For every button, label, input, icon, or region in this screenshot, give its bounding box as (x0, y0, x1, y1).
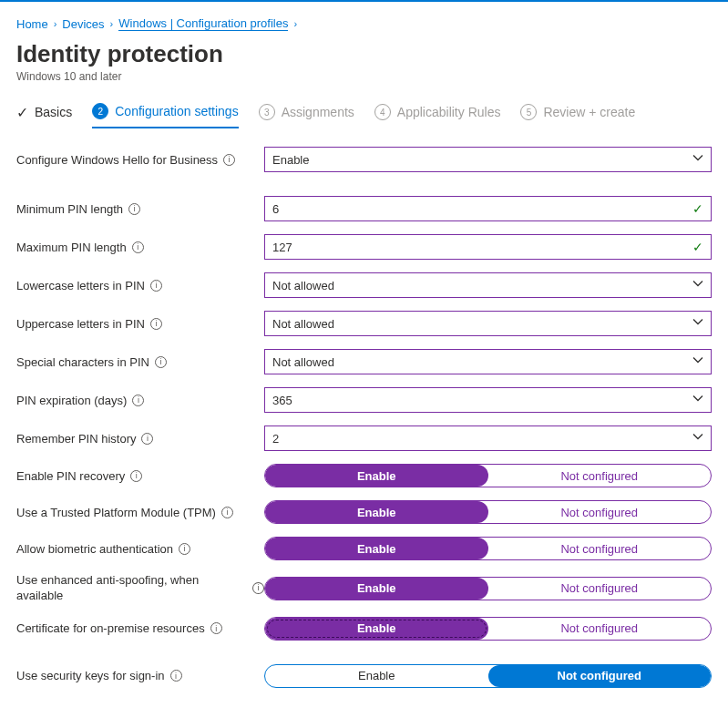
label-recovery: Enable PIN recovery i (16, 469, 264, 483)
wizard-steps: ✓ Basics 2 Configuration settings 3 Assi… (16, 103, 712, 128)
chevron-down-icon (692, 317, 703, 331)
breadcrumb: Home › Devices › Windows | Configuration… (16, 13, 712, 40)
chevron-down-icon (692, 432, 703, 446)
toggle-option-notconfigured[interactable]: Not configured (488, 665, 712, 687)
info-icon[interactable]: i (132, 395, 144, 406)
toggle-option-notconfigured[interactable]: Not configured (488, 501, 712, 523)
toggle-option-enable[interactable]: Enable (265, 538, 488, 559)
wizard-step-review[interactable]: 5 Review + create (520, 104, 635, 128)
toggle-cert[interactable]: Enable Not configured (264, 617, 712, 641)
checkmark-icon: ✓ (692, 240, 703, 254)
toggle-biometric[interactable]: Enable Not configured (264, 537, 712, 560)
check-icon: ✓ (16, 104, 28, 121)
chevron-right-icon: › (293, 18, 297, 29)
step-number-icon: 5 (520, 104, 537, 120)
breadcrumb-profiles[interactable]: Windows | Configuration profiles (118, 16, 288, 31)
label-biometric: Allow biometric authentication i (16, 542, 264, 556)
label-seckeys: Use security keys for sign-in i (16, 669, 264, 682)
toggle-option-enable[interactable]: Enable (265, 665, 488, 687)
info-icon[interactable]: i (132, 241, 144, 253)
info-icon[interactable]: i (155, 356, 167, 368)
chevron-down-icon (692, 394, 703, 407)
toggle-option-notconfigured[interactable]: Not configured (488, 578, 712, 600)
info-icon[interactable]: i (130, 470, 142, 482)
page-title: Identity protection (16, 40, 712, 68)
step-number-icon: 2 (92, 103, 108, 119)
label-min-pin: Minimum PIN length i (16, 202, 264, 216)
select-whfb[interactable]: Enable (264, 147, 712, 172)
select-special[interactable]: Not allowed (264, 349, 712, 374)
info-icon[interactable]: i (150, 318, 162, 330)
wizard-step-assignments[interactable]: 3 Assignments (259, 104, 354, 128)
wizard-step-label: Basics (35, 105, 72, 119)
breadcrumb-devices[interactable]: Devices (62, 17, 104, 31)
wizard-step-config[interactable]: 2 Configuration settings (92, 103, 238, 128)
toggle-option-notconfigured[interactable]: Not configured (488, 538, 712, 559)
label-uppercase: Uppercase letters in PIN i (16, 317, 264, 331)
label-tpm: Use a Trusted Platform Module (TPM) i (16, 506, 264, 519)
info-icon[interactable]: i (221, 507, 233, 518)
label-expiration: PIN expiration (days) i (16, 394, 264, 407)
info-icon[interactable]: i (179, 543, 190, 555)
checkmark-icon: ✓ (692, 201, 703, 216)
label-lowercase: Lowercase letters in PIN i (16, 279, 264, 292)
input-min-pin[interactable]: 6 ✓ (264, 196, 712, 221)
info-icon[interactable]: i (150, 280, 162, 292)
select-expiration[interactable]: 365 (264, 387, 712, 413)
select-lowercase[interactable]: Not allowed (264, 272, 712, 298)
label-max-pin: Maximum PIN length i (16, 241, 264, 254)
toggle-antispoof[interactable]: Enable Not configured (264, 577, 712, 600)
wizard-step-label: Review + create (543, 105, 635, 119)
input-max-pin[interactable]: 127 ✓ (264, 234, 712, 260)
select-uppercase[interactable]: Not allowed (264, 311, 712, 336)
wizard-step-basics[interactable]: ✓ Basics (16, 104, 72, 128)
toggle-option-enable[interactable]: Enable (265, 578, 488, 600)
toggle-security-keys[interactable]: Enable Not configured (264, 664, 712, 688)
info-icon[interactable]: i (252, 582, 264, 594)
label-whfb: Configure Windows Hello for Business i (16, 153, 264, 167)
wizard-step-label: Assignments (282, 105, 354, 119)
chevron-right-icon: › (110, 18, 114, 29)
toggle-pin-recovery[interactable]: Enable Not configured (264, 464, 712, 487)
chevron-right-icon: › (54, 18, 57, 29)
label-history: Remember PIN history i (16, 432, 264, 446)
chevron-down-icon (692, 153, 703, 167)
toggle-option-enable[interactable]: Enable (265, 501, 488, 523)
breadcrumb-home[interactable]: Home (16, 17, 48, 31)
wizard-step-applicability[interactable]: 4 Applicability Rules (374, 104, 501, 128)
chevron-down-icon (692, 279, 703, 292)
wizard-step-label: Applicability Rules (397, 105, 501, 119)
label-antispoof: Use enhanced anti-spoofing, when availab… (16, 573, 264, 604)
toggle-option-notconfigured[interactable]: Not configured (488, 465, 712, 487)
label-cert: Certificate for on-premise resources i (16, 621, 264, 635)
info-icon[interactable]: i (141, 433, 153, 445)
label-special: Special characters in PIN i (16, 355, 264, 369)
info-icon[interactable]: i (210, 622, 222, 634)
wizard-step-label: Configuration settings (115, 104, 238, 118)
toggle-option-notconfigured[interactable]: Not configured (488, 618, 712, 640)
chevron-down-icon (692, 355, 703, 369)
toggle-tpm[interactable]: Enable Not configured (264, 500, 712, 524)
step-number-icon: 4 (374, 104, 391, 120)
info-icon[interactable]: i (128, 203, 140, 215)
toggle-option-enable[interactable]: Enable (265, 618, 488, 640)
info-icon[interactable]: i (170, 670, 182, 682)
toggle-option-enable[interactable]: Enable (265, 465, 488, 487)
page-subtitle: Windows 10 and later (16, 70, 712, 83)
select-history[interactable]: 2 (264, 426, 712, 451)
step-number-icon: 3 (259, 104, 275, 120)
info-icon[interactable]: i (223, 154, 235, 166)
